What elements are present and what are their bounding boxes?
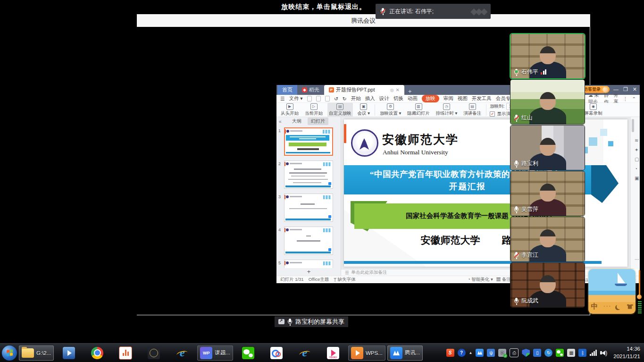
hamburger-icon[interactable]: ☰	[280, 96, 284, 101]
taskbar-chrome-button[interactable]	[84, 345, 110, 361]
tab-document[interactable]: P 开题报告PPT.ppt ◎ ✕	[324, 85, 404, 95]
missing-font-warning[interactable]: Ṯ 缺失字体	[334, 277, 355, 283]
custom-show-button[interactable]: ▤ 自定义放映	[327, 103, 353, 117]
presenter-view-checkbox[interactable]: ✓	[490, 111, 495, 117]
menu-review[interactable]: 审阅	[443, 95, 453, 102]
add-slide-button[interactable]: +	[276, 268, 341, 276]
theme-name[interactable]: Office主题	[309, 277, 329, 283]
participant-video[interactable]: 李宜江	[510, 217, 585, 261]
slide-thumbnail-4[interactable]	[284, 227, 333, 255]
menu-devtools[interactable]: 开发工具	[472, 95, 492, 102]
help-icon[interactable]: ◔	[635, 166, 637, 171]
show-hidden-icons-button[interactable]: ▲	[469, 351, 473, 355]
moon-icon[interactable]	[617, 304, 622, 309]
ime-slider[interactable]	[638, 270, 641, 313]
play-from-start-button[interactable]: ▶ 从头开始	[279, 103, 300, 117]
usb-drive-icon[interactable]: ▯	[533, 349, 541, 357]
sogou-tray-icon[interactable]: S	[446, 349, 454, 357]
hide-slide-button[interactable]: ▥ 隐藏幻灯片	[406, 103, 431, 117]
bluetooth-icon[interactable]: ᛒ	[578, 349, 586, 357]
more-tools-icon[interactable]: ⋯	[635, 257, 639, 262]
safely-remove-icon[interactable]: ⎘✓	[498, 349, 506, 357]
slide-editor[interactable]: 安徽师范大学 Anhui Normal University “中国共产党百年职…	[344, 119, 627, 267]
folder-icon	[22, 348, 34, 358]
wechat-tray-icon[interactable]	[556, 349, 564, 357]
taskbar-netdisk-button[interactable]	[263, 345, 290, 361]
effects-icon[interactable]: ✦	[635, 147, 638, 152]
more-icon[interactable]: ⋮	[623, 96, 628, 101]
vertical-scrollbar[interactable]	[632, 119, 634, 132]
security-shield-icon[interactable]	[522, 349, 530, 357]
media-icon[interactable]: ▣	[635, 176, 639, 181]
taskbar-university-app-button[interactable]	[141, 345, 167, 361]
redo-icon[interactable]: ↻	[343, 96, 347, 101]
sync-tray-icon[interactable]: ↻	[544, 349, 552, 357]
collapse-panel-icon[interactable]: «	[279, 119, 282, 124]
usb-tray-icon[interactable]: ψ	[487, 349, 495, 357]
meeting-title-bar[interactable]: 腾讯会议	[137, 14, 590, 27]
screen-record-button[interactable]: ◉ 屏幕录制	[583, 103, 603, 117]
ime-skin-icon[interactable]	[627, 304, 633, 309]
rehearse-button[interactable]: ◷ 排练计时 ▾	[435, 103, 459, 117]
taskbar-powerpoint-button[interactable]	[112, 345, 139, 361]
menu-insert[interactable]: 插入	[365, 95, 375, 102]
menu-view[interactable]: 视图	[458, 95, 468, 102]
tab-slides[interactable]: 幻灯片	[308, 118, 328, 125]
menu-start[interactable]: 开始	[351, 95, 361, 102]
menu-file[interactable]: 文件 ▾	[289, 95, 302, 102]
participant-video[interactable]: 路宝利	[510, 126, 585, 170]
network-signal-icon[interactable]	[590, 350, 597, 356]
start-button[interactable]	[2, 345, 17, 361]
keyboard-layout-icon[interactable]: ▦	[567, 349, 575, 357]
menu-animation[interactable]: 动画	[408, 95, 418, 102]
volume-icon[interactable]: )	[600, 349, 607, 356]
ime-mode-indicator[interactable]: 中	[591, 302, 598, 311]
help-tray-icon[interactable]: ?	[458, 349, 466, 357]
slide-thumbnail-1[interactable]	[284, 127, 333, 156]
device-tray-icon[interactable]: ⎙	[510, 348, 519, 357]
tab-docer[interactable]: ◆ 稻壳	[297, 85, 324, 95]
right-tool-rail: ≋ ✦ ▢ ◔ ▣ ⋯	[630, 117, 640, 269]
taskbar-wps-presentation-button[interactable]: WP 课题...	[197, 345, 233, 361]
meeting-button[interactable]: ▣ 会议 ▾	[356, 103, 371, 117]
taskbar-meeting-button[interactable]: 腾讯...	[387, 345, 423, 361]
slide-thumbnail-3[interactable]	[284, 194, 333, 222]
tab-outline[interactable]: 大纲	[289, 118, 305, 125]
print-icon[interactable]	[325, 96, 330, 101]
taskbar-clock[interactable]: 14:36 2021/11/21	[613, 345, 640, 360]
taskbar-wps-button[interactable]: WPS...	[348, 345, 385, 361]
taskbar-wmp-button[interactable]	[56, 345, 82, 361]
slide-thumbnail-2[interactable]	[284, 160, 333, 189]
participant-video[interactable]: 石伟平	[510, 34, 585, 78]
pin-icon[interactable]: ◎	[390, 88, 394, 93]
avatar	[602, 87, 608, 93]
menu-transition[interactable]: 切换	[393, 95, 403, 102]
beautify-button[interactable]: ◔ 智能美化 ▾	[468, 277, 493, 283]
menu-design[interactable]: 设计	[379, 95, 389, 102]
tab-home[interactable]: 首页	[277, 85, 297, 95]
taskbar-folder-button[interactable]: G:\2...	[19, 345, 54, 361]
ime-widget[interactable]: 中 ᛫᛫᛫	[588, 269, 636, 314]
output-icon[interactable]	[316, 96, 321, 101]
new-tab-button[interactable]: +	[408, 88, 412, 95]
participant-video[interactable]: 吴雪萍	[510, 171, 585, 216]
collapse-ribbon-icon[interactable]: ⌃	[632, 96, 636, 101]
show-settings-button[interactable]: ⚙ 放映设置 ▾	[378, 103, 402, 117]
taskbar-wechat-button[interactable]	[235, 345, 261, 361]
play-from-current-button[interactable]: ▷ 当前开始	[303, 103, 324, 117]
taskbar-ie-button[interactable]: e	[169, 345, 195, 361]
taskbar-ie2-button[interactable]: e	[292, 345, 318, 361]
properties-icon[interactable]: ≋	[635, 138, 638, 143]
close-tab-icon[interactable]: ✕	[396, 87, 400, 93]
save-icon[interactable]	[307, 96, 312, 101]
notes-bar[interactable]: ☰ 单击此处添加备注 ⋯	[341, 269, 630, 276]
participant-video[interactable]: 阮成武	[510, 263, 585, 307]
undo-icon[interactable]: ↺	[334, 96, 338, 101]
participant-video[interactable]: 红山	[510, 80, 585, 124]
speaker-notes-button[interactable]: ▤ 演讲备注	[462, 103, 483, 117]
slide-number: 3	[278, 194, 281, 199]
taskbar-youku-button[interactable]: YOUKU	[320, 345, 346, 361]
layout-icon[interactable]: ▢	[635, 157, 639, 162]
meeting-tray-icon[interactable]	[476, 349, 484, 357]
menu-slideshow[interactable]: 放映	[422, 95, 439, 102]
